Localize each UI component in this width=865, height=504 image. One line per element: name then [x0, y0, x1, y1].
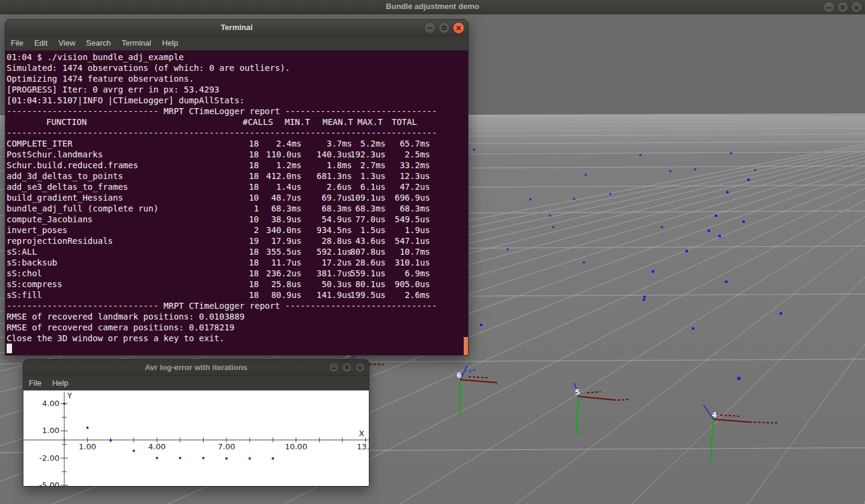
svg-text:10.00: 10.00 — [285, 442, 307, 451]
landmark-point — [574, 198, 575, 200]
scatter-chart[interactable]: 1.004.007.0010.0013.04.001.00-2.00-5.00Y… — [23, 390, 369, 487]
terminal-line: [01:04:31.5107|INFO |CTimeLogger] dumpAl… — [7, 95, 468, 106]
terminal-line: [PROGRESS] Iter: 0 avrg err in px: 53.42… — [7, 84, 468, 95]
data-point — [86, 427, 89, 429]
landmark-point — [715, 214, 717, 217]
menu-item-search[interactable]: Search — [80, 36, 116, 50]
plot-minimize-button[interactable] — [329, 362, 339, 372]
main-minimize-button[interactable] — [824, 2, 834, 13]
landmark-point — [480, 324, 482, 326]
terminal-window[interactable]: Terminal FileEditViewSearchTerminalHelp … — [5, 19, 469, 356]
plot-maximize-button[interactable] — [342, 362, 352, 372]
data-point — [63, 402, 65, 405]
plot-titlebar[interactable]: Avr log-error with iterations — [23, 359, 369, 376]
report-separator: ------------------------------ MRPT CTim… — [7, 300, 468, 311]
terminal-titlebar[interactable]: Terminal — [5, 19, 469, 36]
data-point — [225, 457, 228, 460]
menu-item-file[interactable]: File — [23, 376, 47, 390]
terminal-maximize-button[interactable] — [439, 22, 450, 34]
svg-text:4.00: 4.00 — [42, 399, 59, 408]
landmark-point — [726, 191, 729, 193]
landmark-point — [643, 299, 645, 301]
landmark-point — [747, 178, 750, 181]
landmark-point — [738, 377, 741, 380]
svg-text:-2.00: -2.00 — [39, 454, 59, 463]
data-point — [179, 457, 181, 460]
landmark-point — [718, 235, 721, 237]
report-row: invert_poses2340.0ns934.5ns1.5us1.9us — [7, 225, 468, 235]
svg-text:X: X — [359, 429, 365, 438]
terminal-line: 01:04 $ ./vision_bundle_adj_example — [7, 52, 468, 62]
menu-item-view[interactable]: View — [53, 36, 80, 50]
plot-menubar: FileHelp — [23, 376, 369, 390]
terminal-title: Terminal — [5, 23, 468, 32]
svg-text:4.00: 4.00 — [148, 442, 166, 451]
svg-text:7.00: 7.00 — [218, 442, 235, 451]
camera-axis-x — [618, 399, 630, 400]
report-row: Schur.build.reduced.frames181.2ms1.8ms2.… — [7, 160, 468, 171]
report-row: reprojectionResiduals1917.9us28.8us43.6u… — [7, 235, 468, 246]
data-point — [202, 457, 204, 460]
main-window-titlebar: Bundle adjustment demo — [0, 0, 865, 14]
terminal-output[interactable]: 01:04 $ ./vision_bundle_adj_exampleSimul… — [5, 50, 469, 356]
camera-frame-label: 4 — [712, 411, 717, 419]
landmark-point — [550, 215, 551, 217]
report-row: PostSchur.landmarks18110.0us140.3us192.3… — [7, 149, 468, 160]
data-point — [249, 457, 251, 460]
report-row: add_3d_deltas_to_points18412.0ns681.3ns1… — [7, 171, 468, 181]
terminal-scrollbar-thumb[interactable] — [464, 337, 468, 355]
main-close-button[interactable] — [851, 2, 862, 13]
landmark-point — [694, 169, 696, 171]
report-row: bundle_adj_full (complete run)168.3ms68.… — [7, 203, 468, 214]
terminal-menubar: FileEditViewSearchTerminalHelp — [5, 36, 469, 50]
main-window-title: Bundle adjustment demo — [0, 2, 865, 11]
terminal-line: Close the 3D window or press a key to ex… — [7, 333, 468, 344]
report-row: sS:ALL18355.5us592.1us807.8us10.7ms — [7, 246, 468, 257]
data-point — [133, 449, 135, 452]
plot-title: Avr log-error with iterations — [23, 363, 369, 372]
landmark-point — [708, 229, 710, 232]
terminal-close-button[interactable] — [453, 22, 464, 34]
main-maximize-button[interactable] — [837, 2, 848, 13]
terminal-cursor — [7, 344, 12, 353]
landmark-point — [530, 199, 532, 201]
report-row: add_se3_deltas_to_frames181.4us2.6us6.1u… — [7, 181, 468, 192]
terminal-line: Optimizing 1474 feature observations. — [7, 73, 468, 84]
svg-text:Y: Y — [67, 391, 72, 400]
terminal-minimize-button[interactable] — [424, 22, 436, 34]
menu-item-file[interactable]: File — [5, 36, 29, 50]
landmark-point — [661, 226, 663, 228]
menu-item-help[interactable]: Help — [47, 376, 74, 390]
landmark-point — [685, 250, 688, 252]
landmark-point — [742, 220, 745, 223]
landmark-point — [585, 174, 587, 176]
landmark-point — [725, 281, 727, 283]
landmark-point — [473, 149, 475, 151]
landmark-point — [730, 153, 732, 154]
menu-item-help[interactable]: Help — [157, 36, 184, 50]
landmark-point — [643, 296, 646, 298]
data-point — [109, 439, 112, 442]
landmark-point — [780, 312, 782, 315]
landmark-point — [507, 249, 509, 250]
svg-text:13.0: 13.0 — [357, 442, 369, 451]
terminal-line: RMSE of recovered landmark positions: 0.… — [7, 311, 468, 322]
landmark-point — [553, 226, 554, 228]
data-point — [156, 457, 158, 460]
plot-window[interactable]: Avr log-error with iterations FileHelp 1… — [23, 359, 369, 487]
data-point — [272, 457, 274, 460]
svg-text:1.00: 1.00 — [42, 426, 59, 435]
report-separator: ----------------------------------------… — [7, 127, 468, 138]
svg-text:1.00: 1.00 — [79, 442, 96, 451]
menu-item-terminal[interactable]: Terminal — [117, 36, 157, 50]
svg-text:-5.00: -5.00 — [39, 481, 59, 487]
menu-item-edit[interactable]: Edit — [29, 36, 53, 50]
camera-frame-label: 5 — [575, 388, 580, 396]
terminal-line: Simulated: 1474 observations (of which: … — [7, 62, 468, 73]
plot-close-button[interactable] — [355, 362, 365, 372]
report-row: sS:backsub1811.7us17.2us28.6us310.1us — [7, 257, 468, 268]
camera-frame-label: 6 — [457, 371, 461, 380]
report-separator: ------------------------------ MRPT CTim… — [7, 106, 468, 117]
landmark-point — [754, 169, 756, 171]
report-row: COMPLETE_ITER182.4ms3.7ms5.2ms65.7ms — [7, 138, 468, 149]
